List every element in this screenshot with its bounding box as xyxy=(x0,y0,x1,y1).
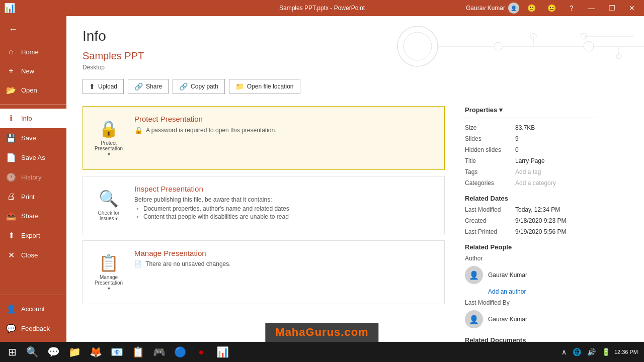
copy-path-button[interactable]: 🔗 Copy path xyxy=(173,79,225,94)
taskbar-blue[interactable]: 🔵 xyxy=(170,342,190,362)
prop-tags-value[interactable]: Add a tag xyxy=(515,168,541,175)
app-container: ← ⌂ Home + New 📂 Open ℹ Info 💾 Save xyxy=(0,16,644,362)
sidebar-item-save[interactable]: 💾 Save xyxy=(0,128,66,148)
open-icon: 📂 xyxy=(6,85,16,95)
start-button[interactable]: ⊞ xyxy=(2,342,22,362)
upload-button[interactable]: ⬆ Upload xyxy=(83,79,124,94)
maximize-button[interactable]: ❐ xyxy=(604,0,620,16)
back-button[interactable]: ← xyxy=(4,20,22,38)
copy-icon: 🔗 xyxy=(179,82,188,90)
account-icon: 👤 xyxy=(6,304,16,314)
manage-content: Manage Presentation 📄 There are no unsav… xyxy=(134,249,436,296)
prop-last-printed: Last Printed 9/19/2020 5:56 PM xyxy=(465,228,596,235)
file-name: Samples PPT xyxy=(83,50,628,62)
taskbar-mail[interactable]: 📧 xyxy=(107,342,127,362)
sidebar-item-print[interactable]: 🖨 Print xyxy=(0,187,66,206)
emoji-meh-icon[interactable]: 😐 xyxy=(543,0,559,16)
start-icon: ⊞ xyxy=(8,346,17,358)
help-icon[interactable]: ? xyxy=(564,0,580,16)
share-button[interactable]: 🔗 Share xyxy=(128,79,169,94)
prop-modified-by-row: Last Modified By xyxy=(465,299,596,306)
open-location-label: Open file location xyxy=(247,83,294,90)
sidebar-item-export-label: Export xyxy=(21,232,40,239)
properties-header: Properties ▾ xyxy=(465,106,596,118)
inspect-item-1: Document properties, author's name and r… xyxy=(136,205,436,212)
related-people-header: Related People xyxy=(465,243,596,251)
sidebar-item-save-as-label: Save As xyxy=(21,154,45,161)
manage-title: Manage Presentation xyxy=(134,249,436,257)
folder-icon: 📁 xyxy=(235,82,244,90)
taskbar-browser[interactable]: 🦊 xyxy=(86,342,106,362)
prop-categories-label: Categories xyxy=(465,179,515,187)
prop-hidden-slides-value: 0 xyxy=(515,146,519,153)
close-doc-icon: ✕ xyxy=(6,250,16,260)
author-avatar: 👤 xyxy=(465,266,483,284)
toolbar: ⬆ Upload 🔗 Share 🔗 Copy path 📁 Open file… xyxy=(83,79,628,94)
taskbar-notes[interactable]: 📋 xyxy=(128,342,148,362)
inspect-icon-label: Check forIssues ▾ xyxy=(98,210,120,221)
info-left: 🔒 ProtectPresentation ▾ Protect Presenta… xyxy=(83,106,445,358)
sidebar-item-share[interactable]: 📤 Share xyxy=(0,206,66,226)
inspect-icon-btn[interactable]: 🔍 Check forIssues ▾ xyxy=(91,185,126,226)
prop-size: Size 83.7KB xyxy=(465,124,596,131)
sidebar-item-info[interactable]: ℹ Info xyxy=(0,109,66,128)
share-btn-icon: 🔗 xyxy=(134,82,143,90)
tray-time[interactable]: 12:36 PM xyxy=(614,349,638,355)
sidebar-item-new-label: New xyxy=(21,67,34,75)
protect-title: Protect Presentation xyxy=(134,115,436,123)
app-icon: 📊 xyxy=(4,3,15,14)
sidebar-item-open[interactable]: 📂 Open xyxy=(0,80,66,100)
related-dates-header: Related Dates xyxy=(465,195,596,202)
add-author-link[interactable]: Add an author xyxy=(488,288,596,295)
minimize-button[interactable]: — xyxy=(584,0,600,16)
prop-created-value: 9/18/2020 9:23 PM xyxy=(515,217,566,224)
close-button[interactable]: ✕ xyxy=(624,0,640,16)
copy-path-label: Copy path xyxy=(191,83,218,90)
taskbar-game[interactable]: 🎮 xyxy=(149,342,169,362)
sidebar-item-export[interactable]: ⬆ Export xyxy=(0,226,66,245)
tray-time-display: 12:36 PM xyxy=(614,349,638,355)
author-person-row: 👤 Gaurav Kumar xyxy=(465,266,596,284)
feedback-icon: 💬 xyxy=(6,324,16,333)
protect-icon-btn[interactable]: 🔒 ProtectPresentation ▾ xyxy=(91,115,126,161)
taskbar-search[interactable]: 🔍 xyxy=(22,342,42,362)
tray-network[interactable]: 🌐 xyxy=(571,347,583,357)
manage-icon-label: ManagePresentation ▾ xyxy=(94,275,124,291)
upload-label: Upload xyxy=(98,83,117,90)
page-title: Info xyxy=(83,28,628,44)
titlebar: 📊 Samples PPT.pptx - PowerPoint Gaurav K… xyxy=(0,0,644,16)
inspect-desc: Before publishing this file, be aware th… xyxy=(134,196,436,203)
emoji-smile-icon[interactable]: 🙂 xyxy=(523,0,539,16)
sidebar-item-home[interactable]: ⌂ Home xyxy=(0,42,66,61)
taskbar-red[interactable]: ● xyxy=(191,342,211,362)
tray-battery[interactable]: 🔋 xyxy=(600,347,612,357)
prop-last-printed-value: 9/19/2020 5:56 PM xyxy=(515,228,566,235)
export-icon: ⬆ xyxy=(6,231,16,240)
tray-volume[interactable]: 🔊 xyxy=(585,347,598,357)
prop-categories-value[interactable]: Add a category xyxy=(515,179,556,187)
sidebar-item-save-as[interactable]: 📄 Save As xyxy=(0,148,66,167)
manage-icon-btn[interactable]: 📋 ManagePresentation ▾ xyxy=(91,249,126,296)
taskbar-explorer[interactable]: 📁 xyxy=(64,342,85,362)
prop-hidden-slides-label: Hidden slides xyxy=(465,146,515,153)
tray-chevron[interactable]: ∧ xyxy=(559,347,569,357)
taskbar-apps: 🔍 💬 📁 🦊 📧 📋 🎮 🔵 ● 📊 xyxy=(22,342,559,362)
sidebar-item-save-label: Save xyxy=(21,134,36,142)
user-avatar[interactable]: 👤 xyxy=(508,3,519,14)
modified-by-name: Gaurav Kumar xyxy=(488,316,527,323)
modified-by-person-row: 👤 Gaurav Kumar xyxy=(465,310,596,328)
sidebar-item-account[interactable]: 👤 Account xyxy=(0,299,66,319)
sidebar-item-feedback-label: Feedback xyxy=(21,325,50,332)
prop-last-modified-value: Today, 12:34 PM xyxy=(515,206,560,213)
taskbar-ppt[interactable]: 📊 xyxy=(212,342,232,362)
prop-last-modified-label: Last Modified xyxy=(465,206,515,213)
prop-title: Title Larry Page xyxy=(465,157,596,164)
user-info: Gaurav Kumar 👤 xyxy=(466,3,519,14)
sidebar-item-new[interactable]: + New xyxy=(0,61,66,80)
taskbar-chat[interactable]: 💬 xyxy=(43,342,63,362)
prop-modified-by-label: Last Modified By xyxy=(465,299,515,306)
open-location-button[interactable]: 📁 Open file location xyxy=(229,79,300,94)
sidebar-item-feedback[interactable]: 💬 Feedback xyxy=(0,319,66,338)
sidebar-item-close[interactable]: ✕ Close xyxy=(0,245,66,265)
prop-tags: Tags Add a tag xyxy=(465,168,596,175)
